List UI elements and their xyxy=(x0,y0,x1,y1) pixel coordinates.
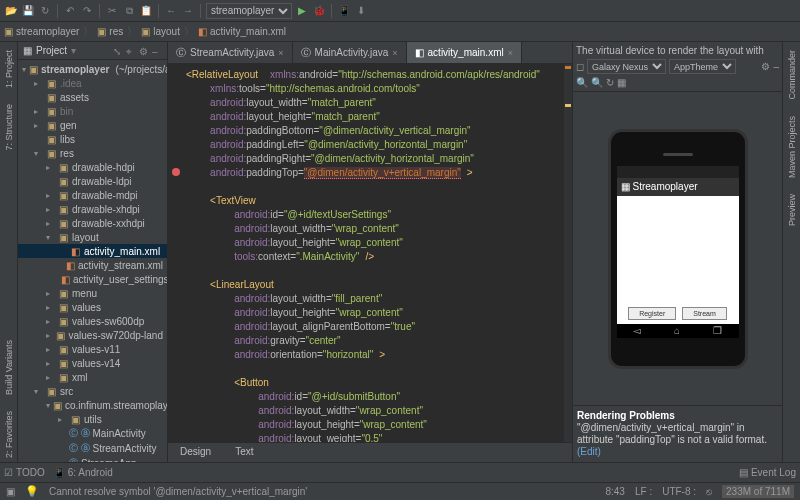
tree-item[interactable]: ▸▣menu xyxy=(18,286,167,300)
sdk-icon[interactable]: ⬇ xyxy=(354,4,368,18)
stream-button[interactable]: Stream xyxy=(682,307,727,320)
paste-icon[interactable]: 📋 xyxy=(139,4,153,18)
tree-item[interactable]: ◧activity_stream.xml xyxy=(18,258,167,272)
hide-icon[interactable]: – xyxy=(773,61,779,72)
memory-indicator[interactable]: 233M of 711M xyxy=(722,485,794,498)
editor-area: ⒸStreamActivity.java×ⒸMainActivity.java×… xyxy=(168,42,572,462)
tree-item[interactable]: ▸▣drawable-hdpi xyxy=(18,160,167,174)
tree-item[interactable]: ▸▣values xyxy=(18,300,167,314)
tree-item[interactable]: ▾▣co.infinum.streamoplayer xyxy=(18,398,167,412)
crumb[interactable]: ▣streamoplayer xyxy=(4,26,79,37)
tree-item[interactable]: ▸▣utils xyxy=(18,412,167,426)
tree-item[interactable]: ▣assets xyxy=(18,90,167,104)
tree-item[interactable]: ▸▣values-sw720dp-land xyxy=(18,328,167,342)
error-stripe[interactable] xyxy=(564,64,572,442)
run-icon[interactable]: ▶ xyxy=(295,4,309,18)
editor-tab[interactable]: ⒸMainActivity.java× xyxy=(293,42,407,63)
tab-commander[interactable]: Commander xyxy=(785,46,799,104)
theme-select[interactable]: AppTheme xyxy=(669,59,736,74)
tree-item[interactable]: ▣libs xyxy=(18,132,167,146)
tree-item[interactable]: ▸▣xml xyxy=(18,370,167,384)
tab-project[interactable]: 1: Project xyxy=(2,46,16,92)
tab-structure[interactable]: 7: Structure xyxy=(2,100,16,155)
crumb[interactable]: ▣layout xyxy=(141,26,180,37)
preview-panel: The virtual device to render the layout … xyxy=(572,42,782,462)
tree-item[interactable]: Ⓒ ⓐ StreamActivity xyxy=(18,441,167,456)
device-select[interactable]: Galaxy Nexus xyxy=(587,59,666,74)
crumb[interactable]: ▣res xyxy=(97,26,123,37)
save-icon[interactable]: 💾 xyxy=(21,4,35,18)
code-editor[interactable]: <RelativeLayout xmlns:android="http://sc… xyxy=(168,64,572,442)
zoom-out-icon[interactable]: 🔍 xyxy=(576,77,588,88)
scroll-icon[interactable]: ⌖ xyxy=(126,46,136,56)
close-icon[interactable]: × xyxy=(392,48,397,58)
toggle-tools-icon[interactable]: ▣ xyxy=(6,486,15,497)
editor-tab[interactable]: ⒸStreamActivity.java× xyxy=(168,42,293,63)
tree-item[interactable]: ◧activity_main.xml xyxy=(18,244,167,258)
tab-todo[interactable]: ☑ TODO xyxy=(4,467,45,478)
avd-icon[interactable]: 📱 xyxy=(337,4,351,18)
right-tool-strip: Commander Maven Projects Preview xyxy=(782,42,800,462)
undo-icon[interactable]: ↶ xyxy=(63,4,77,18)
tree-item[interactable]: ▾▣src xyxy=(18,384,167,398)
editor-tab[interactable]: ◧activity_main.xml× xyxy=(407,42,522,63)
tree-item[interactable]: ▸▣drawable-mdpi xyxy=(18,188,167,202)
preview-hint: The virtual device to render the layout … xyxy=(576,45,779,56)
tree-item[interactable]: ▸▣values-v11 xyxy=(18,342,167,356)
tab-build-variants[interactable]: Build Variants xyxy=(2,336,16,399)
insert-mode: ⎋ xyxy=(706,486,712,497)
status-message: Cannot resolve symbol '@dimen/activity_v… xyxy=(49,486,307,497)
forward-icon[interactable]: → xyxy=(181,4,195,18)
project-tree[interactable]: ▾▣ streamoplayer(~/projects/android/ ▸▣.… xyxy=(18,60,167,462)
gear-icon[interactable]: ⚙ xyxy=(139,46,149,56)
refresh-icon[interactable]: ↻ xyxy=(606,77,614,88)
refresh-icon[interactable]: ↻ xyxy=(38,4,52,18)
crop-icon[interactable]: ▦ xyxy=(617,77,626,88)
tree-item[interactable]: ▸▣.idea xyxy=(18,76,167,90)
encoding[interactable]: UTF-8 : xyxy=(662,486,696,497)
tab-design[interactable]: Design xyxy=(168,443,223,462)
tree-item[interactable]: ◧activity_user_settings.xml xyxy=(18,272,167,286)
line-sep[interactable]: LF : xyxy=(635,486,652,497)
copy-icon[interactable]: ⧉ xyxy=(122,4,136,18)
bulb-icon[interactable]: 💡 xyxy=(25,485,39,498)
tab-maven[interactable]: Maven Projects xyxy=(785,112,799,182)
register-button[interactable]: Register xyxy=(628,307,676,320)
tree-item[interactable]: Ⓒ ⓐ MainActivity xyxy=(18,426,167,441)
breadcrumbs: ▣streamoplayer〉 ▣res〉 ▣layout〉 ◧activity… xyxy=(0,22,800,42)
redo-icon[interactable]: ↷ xyxy=(80,4,94,18)
tree-root[interactable]: ▾▣ streamoplayer(~/projects/android/ xyxy=(18,62,167,76)
tab-eventlog[interactable]: ▤ Event Log xyxy=(739,467,796,478)
tree-item[interactable]: ▸▣bin xyxy=(18,104,167,118)
tree-item[interactable]: ▾▣layout xyxy=(18,230,167,244)
tab-preview[interactable]: Preview xyxy=(785,190,799,230)
main-toolbar: 📂 💾 ↻ ↶ ↷ ✂ ⧉ 📋 ← → streamoplayer ▶ 🐞 📱 … xyxy=(0,0,800,22)
tree-item[interactable]: ▾▣res xyxy=(18,146,167,160)
tree-item[interactable]: ▸▣values-sw600dp xyxy=(18,314,167,328)
close-icon[interactable]: × xyxy=(508,48,513,58)
gear-icon[interactable]: ⚙ xyxy=(761,61,770,72)
tree-item[interactable]: ▸▣values-v14 xyxy=(18,356,167,370)
back-icon[interactable]: ← xyxy=(164,4,178,18)
project-panel: ▦Project▾ ⤡ ⌖ ⚙ – ▾▣ streamoplayer(~/pro… xyxy=(18,42,168,462)
hide-icon[interactable]: – xyxy=(152,46,162,56)
orientation-icon[interactable]: ◻ xyxy=(576,61,584,72)
tree-item[interactable]: ▸▣gen xyxy=(18,118,167,132)
tree-item[interactable]: ▸▣drawable-xhdpi xyxy=(18,202,167,216)
crumb[interactable]: ◧activity_main.xml xyxy=(198,26,286,37)
zoom-in-icon[interactable]: 🔍 xyxy=(591,77,603,88)
tree-item[interactable]: ▣drawable-ldpi xyxy=(18,174,167,188)
run-config-select[interactable]: streamoplayer xyxy=(206,3,292,19)
close-icon[interactable]: × xyxy=(278,48,283,58)
tree-item[interactable]: ▸▣drawable-xxhdpi xyxy=(18,216,167,230)
editor-tabs: ⒸStreamActivity.java×ⒸMainActivity.java×… xyxy=(168,42,572,64)
debug-icon[interactable]: 🐞 xyxy=(312,4,326,18)
tab-text[interactable]: Text xyxy=(223,443,265,462)
tab-favorites[interactable]: 2: Favorites xyxy=(2,407,16,462)
collapse-icon[interactable]: ⤡ xyxy=(113,46,123,56)
nav-bar: ◅⌂❐ xyxy=(617,324,739,338)
cut-icon[interactable]: ✂ xyxy=(105,4,119,18)
edit-link[interactable]: (Edit) xyxy=(577,446,601,457)
open-icon[interactable]: 📂 xyxy=(4,4,18,18)
tab-android[interactable]: 📱 6: Android xyxy=(53,467,113,478)
